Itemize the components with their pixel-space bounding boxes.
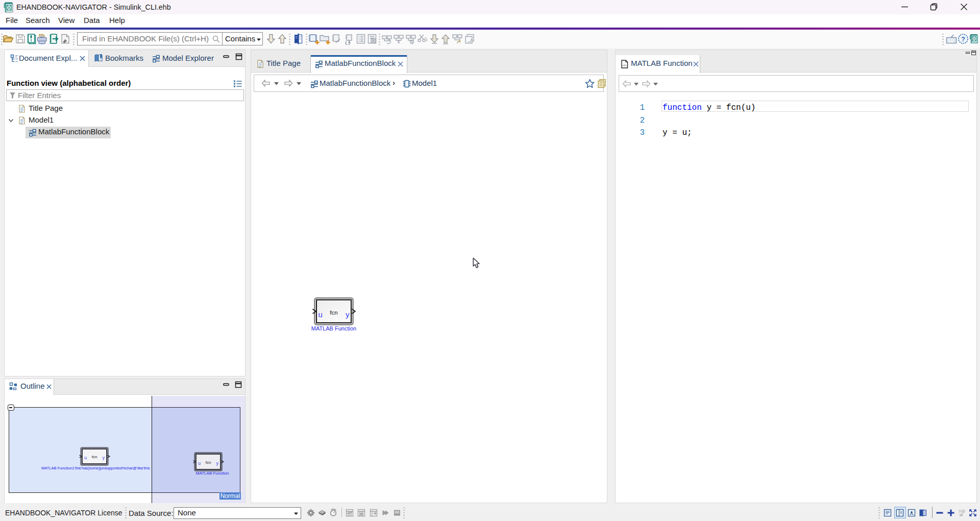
svg-text:u: u [198,461,201,466]
svg-text:u: u [318,310,323,319]
svg-text:y: y [216,461,219,466]
svg-text:fcn: fcn [92,455,97,459]
svg-text:u: u [84,455,87,460]
svg-text:y: y [346,310,350,319]
svg-text:</>: </> [622,64,627,67]
svg-text:?: ? [961,35,965,43]
svg-text:fcn: fcn [206,460,211,465]
svg-text:fcn: fcn [330,310,337,316]
svg-text:y: y [103,455,105,460]
